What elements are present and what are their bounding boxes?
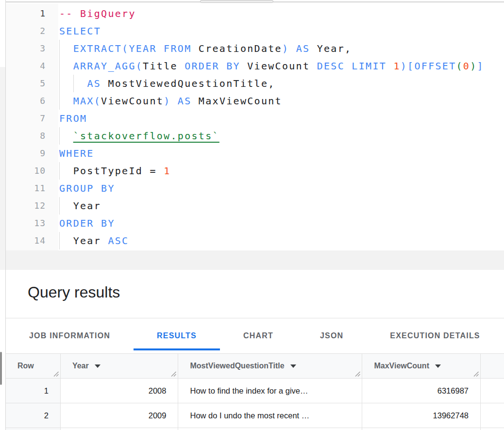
code-line: FROM — [58, 110, 504, 127]
line-number: 7 — [6, 110, 58, 127]
cell-partial — [178, 428, 362, 430]
code-token: DESC LIMIT — [317, 60, 394, 72]
indent-guide — [59, 75, 60, 92]
query-results-section: Query results — [6, 270, 504, 318]
cell-partial — [61, 428, 179, 430]
column-resize-handle[interactable] — [473, 371, 479, 377]
cell-maxviewcount: 6316987 — [362, 379, 481, 403]
column-resize-handle[interactable] — [354, 371, 360, 377]
tab-execution-details[interactable]: EXECUTION DETAILS — [367, 318, 503, 353]
cell-maxviewcount: 13962748 — [362, 403, 481, 428]
code-line: Year — [58, 197, 504, 215]
code-token: ORDER BY — [185, 60, 240, 72]
code-token: Year — [59, 200, 101, 212]
table-row: 12008How to find the index for a give…63… — [6, 379, 504, 403]
column-header-row[interactable]: Row — [6, 354, 61, 378]
query-results-title: Query results — [28, 283, 504, 301]
code-token: MAX( — [73, 95, 101, 107]
cell-partial — [481, 428, 504, 430]
table-reference-link[interactable]: `stackoverflow.posts` — [73, 130, 219, 142]
tab-json[interactable]: JSON — [297, 318, 367, 353]
left-panel-edge — [0, 0, 6, 430]
code-token: 1 — [164, 165, 170, 177]
column-resize-handle[interactable] — [170, 371, 176, 377]
code-token — [59, 95, 73, 107]
results-tabs: JOB INFORMATIONRESULTSCHARTJSONEXECUTION… — [6, 318, 504, 354]
sort-arrow-icon[interactable] — [95, 364, 101, 368]
indent-guide — [59, 127, 60, 145]
column-header-label: Year — [72, 362, 89, 370]
table-row: 22009How do I undo the most recent …1396… — [6, 403, 504, 428]
code-line: GROUP BY — [58, 180, 504, 197]
code-token: EXTRACT(YEAR FROM — [73, 43, 192, 54]
indent-guide — [59, 40, 60, 57]
line-number: 12 — [6, 197, 58, 215]
code-token: MostViewedQuestionTitle, — [101, 78, 275, 89]
code-token: AS — [178, 95, 192, 107]
column-header-maxviewcount[interactable]: MaxViewCount — [362, 354, 481, 378]
column-header-filler — [481, 354, 504, 378]
line-number: 9 — [6, 145, 58, 162]
code-token: ) — [282, 43, 289, 54]
code-token: ARRAY_AGG( — [73, 60, 143, 72]
code-token: AS — [296, 43, 310, 54]
line-number: 13 — [6, 215, 58, 232]
cell-year: 2009 — [61, 403, 179, 428]
tab-job-information[interactable]: JOB INFORMATION — [6, 318, 134, 353]
line-number: 1 — [6, 5, 58, 22]
code-token: )[OFFSET — [401, 60, 456, 72]
table-row-partial — [6, 428, 504, 430]
left-panel-edge-shade — [0, 67, 5, 270]
line-number: 6 — [6, 92, 58, 110]
line-number: 8 — [6, 127, 58, 145]
code-line: MAX(ViewCount) AS MaxViewCount — [58, 92, 504, 110]
line-number: 14 — [6, 232, 58, 249]
code-token: ] — [477, 60, 484, 72]
column-header-year[interactable]: Year — [61, 354, 179, 378]
code-token: Year, — [310, 43, 352, 54]
code-token: ASC — [108, 235, 129, 247]
code-token: FROM — [59, 113, 87, 124]
horizontal-scrollbar[interactable] — [6, 0, 504, 2]
horizontal-scrollbar-thumb[interactable] — [200, 0, 273, 3]
code-token: GROUP BY — [59, 182, 115, 194]
sort-arrow-icon[interactable] — [435, 364, 441, 368]
tab-results[interactable]: RESULTS — [134, 318, 220, 353]
code-token: SELECT — [59, 25, 101, 37]
tab-chart[interactable]: CHART — [220, 318, 297, 353]
vertical-scrollbar-thumb[interactable] — [0, 352, 2, 385]
code-line: PostTypeId = 1 — [58, 162, 504, 180]
row-number-cell: 1 — [6, 379, 61, 403]
code-token: Year — [59, 235, 108, 247]
cell-title: How do I undo the most recent … — [178, 403, 362, 428]
code-token: -- BigQuery — [59, 8, 136, 19]
editor-gutter: 1234567891011121314 — [6, 5, 58, 249]
code-token: CreationDate — [192, 43, 282, 54]
code-line: -- BigQuery — [58, 5, 504, 22]
editor-bottom-padding — [6, 250, 504, 270]
code-line: `stackoverflow.posts` — [58, 127, 504, 145]
row-number-cell — [6, 428, 61, 430]
results-table: RowYearMostViewedQuestionTitleMaxViewCou… — [6, 354, 504, 430]
code-token — [59, 60, 73, 72]
code-area[interactable]: -- BigQuerySELECT EXTRACT(YEAR FROM Crea… — [58, 5, 504, 249]
code-token: PostTypeId = — [59, 165, 164, 177]
code-token: WHERE — [59, 148, 94, 159]
indent-guide — [59, 162, 60, 180]
code-line: Year ASC — [58, 232, 504, 249]
sql-editor[interactable]: 1234567891011121314 -- BigQuerySELECT EX… — [6, 3, 504, 270]
code-token: 1 — [393, 60, 400, 72]
indent-guide — [59, 57, 60, 75]
code-token: ) — [164, 95, 170, 107]
column-header-mostviewedquestiontitle[interactable]: MostViewedQuestionTitle — [178, 354, 362, 378]
code-token: Title — [143, 60, 185, 72]
column-header-row: RowYearMostViewedQuestionTitleMaxViewCou… — [6, 354, 504, 379]
cell-filler — [481, 403, 504, 428]
code-line: AS MostViewedQuestionTitle, — [58, 75, 504, 92]
line-number: 10 — [6, 162, 58, 180]
code-token — [170, 95, 177, 107]
indent-guide — [73, 75, 74, 92]
sort-arrow-icon[interactable] — [290, 364, 296, 368]
column-resize-handle[interactable] — [53, 371, 59, 377]
line-number: 3 — [6, 40, 58, 57]
